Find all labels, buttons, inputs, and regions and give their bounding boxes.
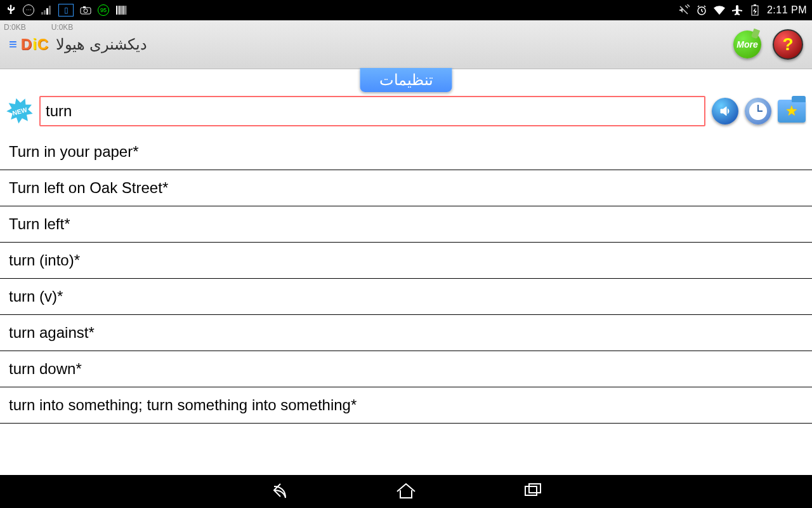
network-labels: D:0KB U:0KB: [4, 23, 73, 32]
help-button[interactable]: ?: [773, 29, 803, 60]
svg-rect-17: [525, 486, 537, 495]
speaker-icon: [718, 104, 732, 118]
badge-icon: 95: [98, 4, 109, 16]
home-button[interactable]: [393, 478, 419, 505]
svg-rect-7: [116, 6, 117, 15]
star-icon: ★: [785, 103, 798, 119]
settings-button[interactable]: تنظیمات: [360, 68, 452, 92]
list-item[interactable]: turn (into)*: [0, 243, 812, 279]
results-list: Turn in your paper* Turn left on Oak Str…: [0, 134, 812, 424]
svg-rect-0: [41, 12, 43, 15]
usb-icon: [5, 4, 16, 16]
svg-rect-9: [119, 6, 121, 15]
list-item[interactable]: turn (v)*: [0, 279, 812, 315]
list-item[interactable]: Turn in your paper*: [0, 134, 812, 170]
list-item[interactable]: Turn left on Oak Street*: [0, 170, 812, 206]
clock-time: 2:11 PM: [767, 4, 807, 16]
svg-rect-10: [121, 6, 122, 15]
more-button[interactable]: More: [733, 30, 761, 58]
list-item[interactable]: Turn left*: [0, 206, 812, 243]
search-input[interactable]: [39, 96, 705, 126]
signal-icon: [41, 4, 52, 16]
svg-rect-13: [126, 6, 126, 15]
statusbar-right: 2:11 PM: [678, 4, 807, 16]
svg-rect-16: [754, 4, 756, 6]
battery-icon: [749, 4, 761, 16]
sound-button[interactable]: [712, 98, 738, 124]
camera-icon: [80, 4, 91, 16]
svg-rect-2: [46, 8, 48, 15]
svg-rect-3: [49, 6, 51, 15]
new-badge[interactable]: NEW: [6, 98, 33, 124]
toolbar-right: More ?: [733, 29, 803, 60]
svg-rect-18: [529, 484, 540, 493]
app-title: دیکشنری هیولا: [56, 36, 147, 53]
new-star-icon: NEW: [3, 95, 36, 127]
back-button[interactable]: [266, 478, 292, 505]
history-button[interactable]: [745, 98, 771, 124]
svg-rect-11: [122, 6, 124, 15]
recent-button[interactable]: [520, 478, 546, 505]
svg-point-5: [84, 9, 88, 13]
barcode-icon: [115, 4, 127, 16]
upload-label: U:0KB: [51, 23, 74, 32]
wifi-icon: [714, 4, 725, 16]
app-toolbar: D:0KB U:0KB ≡ DiC دیکشنری هیولا More ?: [0, 20, 812, 69]
menu-icon[interactable]: ≡: [9, 40, 17, 48]
svg-rect-6: [83, 6, 86, 8]
vibrate-icon: [678, 4, 690, 16]
notification-icon: ⋯: [23, 4, 34, 16]
list-item[interactable]: turn into something; turn something into…: [0, 387, 812, 424]
svg-rect-8: [118, 6, 119, 15]
statusbar-left: ⋯ ▯ 95: [5, 4, 127, 17]
toolbar-left: ≡ DiC دیکشنری هیولا: [9, 36, 147, 53]
app-icon: ▯: [58, 4, 74, 17]
airplane-icon: [731, 4, 743, 16]
svg-rect-12: [124, 6, 125, 15]
android-statusbar: ⋯ ▯ 95 2:11 PM: [0, 0, 812, 20]
download-label: D:0KB: [4, 23, 26, 32]
list-item[interactable]: turn against*: [0, 315, 812, 351]
favorites-button[interactable]: ★: [778, 100, 806, 123]
android-navbar: [0, 475, 812, 508]
clock-icon: [749, 102, 767, 120]
svg-rect-1: [44, 10, 46, 15]
list-item[interactable]: turn down*: [0, 351, 812, 387]
app-logo: DiC: [21, 36, 48, 53]
alarm-icon: [696, 4, 707, 16]
